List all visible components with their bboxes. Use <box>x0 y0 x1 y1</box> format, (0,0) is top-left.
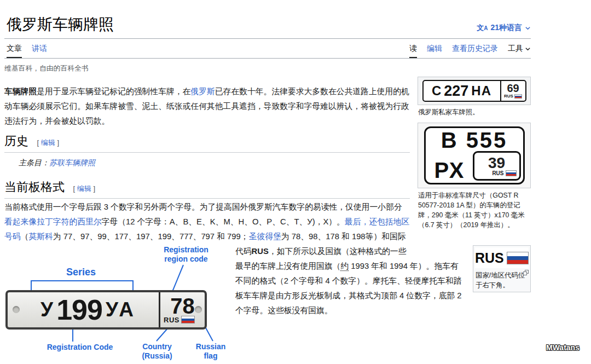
article-subject-bold: 车辆牌照 <box>4 87 37 96</box>
label-registration-code: Registration Code <box>42 343 118 352</box>
russian-flag-icon <box>506 170 517 176</box>
link-moscow[interactable]: 莫斯科 <box>28 232 53 241</box>
language-count-label: 21种语言 <box>490 23 522 33</box>
mounting-hole <box>13 306 20 313</box>
link-cyrillic-letters[interactable]: 看起来像拉丁字符的西里尔 <box>4 217 102 226</box>
mounting-hole <box>195 306 202 313</box>
tab-read[interactable]: 读 <box>409 40 417 58</box>
license-plate-c227ha: С 227 НА 69 RUS <box>422 80 526 102</box>
article-page: 俄罗斯车辆牌照 文A 21种语言 文章 讲话 读 编辑 查看历史记录 工具 维基… <box>0 0 531 364</box>
license-plate-y199ya: У 199 УА 78 RUS <box>5 290 207 330</box>
magnify-icon[interactable] <box>523 270 529 275</box>
site-subtitle: 维基百科，自由的百科全书 <box>4 64 531 73</box>
page-header: 俄罗斯车辆牌照 文A 21种语言 <box>4 0 531 39</box>
tab-edit[interactable]: 编辑 <box>427 40 442 58</box>
thumbnail-nonstandard-plate: В 555 РХ 39 RUS 适用于非标准车牌尺寸（GOST R 50577-… <box>418 123 531 230</box>
thumbnail-caption: 俄罗斯私家车牌照。 <box>418 105 531 117</box>
edit-section-link[interactable]: 编辑 <box>41 138 55 147</box>
russian-flag-icon <box>181 316 195 323</box>
section-heading-history: 历史 [ 编辑 ] <box>4 133 410 153</box>
tools-menu-button[interactable]: 工具 <box>508 40 531 58</box>
label-registration-region-code: Registrationregion code <box>159 245 213 264</box>
label-country: Country(Russia) <box>139 342 175 361</box>
tab-bar: 文章 讲话 读 编辑 查看历史记录 工具 <box>4 39 531 59</box>
tab-view-history[interactable]: 查看历史记录 <box>452 40 498 58</box>
label-series: Series <box>59 267 103 278</box>
link-saint-petersburg[interactable]: 圣彼得堡 <box>249 232 281 241</box>
section-heading-current-format: 当前板格式 [ 编辑 ] <box>4 179 410 199</box>
edit-section-control: [ 编辑 ] <box>37 138 60 147</box>
chevron-down-icon <box>525 46 531 52</box>
language-selector-button[interactable]: 文A 21种语言 <box>477 23 531 33</box>
private-plate-image[interactable]: С 227 НА 69 RUS <box>418 77 531 105</box>
country-code-image[interactable]: RUS <box>475 247 529 268</box>
nonstandard-plate-image[interactable]: В 555 РХ 39 RUS <box>418 123 531 188</box>
thumbnail-caption: 适用于非标准车牌尺寸（GOST R 50577-2018 1A 型）的车辆的登记… <box>418 188 531 230</box>
circa-abbr[interactable]: 约 <box>340 262 349 270</box>
chevron-down-icon <box>525 25 531 31</box>
language-icon: 文A <box>477 23 488 33</box>
watermark: MWatans <box>546 343 580 352</box>
link-russia[interactable]: 俄罗斯 <box>190 87 215 96</box>
thumbnail-caption: 国家/地区代码位于右下角。 <box>475 268 529 290</box>
russian-flag-icon <box>514 94 522 99</box>
tab-talk[interactable]: 讲话 <box>32 40 47 58</box>
plate-format-diagram[interactable]: Registrationregion code Series У 199 УА … <box>4 245 230 364</box>
tab-article[interactable]: 文章 <box>7 40 22 58</box>
thumbnail-country-code: RUS 国家/地区代码位于右下角。 <box>473 245 531 292</box>
namespace-tabs: 文章 讲话 <box>7 40 47 58</box>
license-plate-b555px: В 555 РХ 39 RUS <box>424 126 525 184</box>
view-tabs: 读 编辑 查看历史记录 工具 <box>409 40 531 58</box>
edit-section-link[interactable]: 编辑 <box>77 184 91 193</box>
link-soviet-plates[interactable]: 苏联车辆牌照 <box>49 158 95 167</box>
russian-flag-icon <box>507 252 529 264</box>
edit-section-control: [ 编辑 ] <box>73 184 96 193</box>
label-russian-flag: Russianflag <box>194 342 228 361</box>
page-title: 俄罗斯车辆牌照 <box>7 15 531 34</box>
thumbnail-private-plate: С 227 НА 69 RUS 俄罗斯私家车牌照。 <box>418 77 531 117</box>
